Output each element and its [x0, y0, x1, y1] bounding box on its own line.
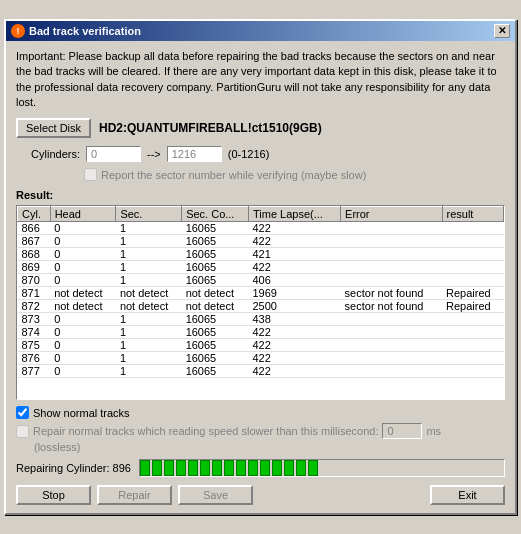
window-icon: !: [11, 24, 25, 38]
table-row: 8770116065422: [18, 365, 504, 378]
info-text: Important: Please backup all data before…: [16, 49, 505, 111]
table-row: 8740116065422: [18, 326, 504, 339]
show-normal-label: Show normal tracks: [33, 407, 130, 419]
report-checkbox-row: Report the sector number while verifying…: [84, 168, 505, 181]
select-disk-button[interactable]: Select Disk: [16, 118, 91, 138]
cylinders-from-input[interactable]: [86, 146, 141, 162]
progress-segment: [296, 460, 306, 476]
repair-slow-label2: (lossless): [34, 441, 80, 453]
show-normal-checkbox[interactable]: [16, 406, 29, 419]
progress-segment: [248, 460, 258, 476]
col-result: result: [442, 207, 503, 222]
button-row: Stop Repair Save Exit: [16, 485, 505, 505]
disk-name-label: HD2:QUANTUMFIREBALL!ct1510(9GB): [99, 121, 322, 135]
result-table: Cyl. Head Sec. Sec. Co... Time Lapse(...…: [17, 206, 504, 378]
col-sec-co: Sec. Co...: [182, 207, 249, 222]
progress-segment: [188, 460, 198, 476]
progress-segment: [152, 460, 162, 476]
progress-segment: [284, 460, 294, 476]
stop-button[interactable]: Stop: [16, 485, 91, 505]
exit-button[interactable]: Exit: [430, 485, 505, 505]
progress-segment: [260, 460, 270, 476]
report-checkbox-label: Report the sector number while verifying…: [101, 169, 366, 181]
result-table-container[interactable]: Cyl. Head Sec. Sec. Co... Time Lapse(...…: [16, 205, 505, 400]
table-row: 8750116065422: [18, 339, 504, 352]
title-bar: ! Bad track verification ✕: [6, 21, 515, 41]
progress-label: Repairing Cylinder: 896: [16, 462, 131, 474]
disk-row: Select Disk HD2:QUANTUMFIREBALL!ct1510(9…: [16, 118, 505, 138]
progress-segment: [272, 460, 282, 476]
cylinders-label: Cylinders:: [20, 148, 80, 160]
close-button[interactable]: ✕: [494, 24, 510, 38]
table-row: 8680116065421: [18, 248, 504, 261]
table-row: 8700116065406: [18, 274, 504, 287]
progress-row: Repairing Cylinder: 896: [16, 459, 505, 477]
cylinders-range-text: (0-1216): [228, 148, 270, 160]
repair-slow-label1: Repair normal tracks which reading speed…: [33, 425, 378, 437]
table-row: 8660116065422: [18, 222, 504, 235]
cylinders-to-input[interactable]: [167, 146, 222, 162]
repair-slow-row: Repair normal tracks which reading speed…: [16, 423, 505, 439]
col-error: Error: [341, 207, 442, 222]
col-head: Head: [50, 207, 116, 222]
arrow-label: -->: [147, 148, 161, 160]
main-window: ! Bad track verification ✕ Important: Pl…: [4, 19, 517, 516]
table-row: 8690116065422: [18, 261, 504, 274]
table-row: 871not detectnot detectnot detect1969sec…: [18, 287, 504, 300]
repair-button[interactable]: Repair: [97, 485, 172, 505]
progress-segment: [212, 460, 222, 476]
progress-segment: [224, 460, 234, 476]
save-button[interactable]: Save: [178, 485, 253, 505]
table-row: 8760116065422: [18, 352, 504, 365]
progress-segment: [176, 460, 186, 476]
progress-bar-container: [139, 459, 505, 477]
progress-segment: [236, 460, 246, 476]
result-label: Result:: [16, 189, 505, 201]
bottom-section: Show normal tracks Repair normal tracks …: [16, 400, 505, 505]
ms-label: ms: [426, 425, 441, 437]
repair-slow-checkbox[interactable]: [16, 425, 29, 438]
table-row: 872not detectnot detectnot detect2500sec…: [18, 300, 504, 313]
progress-segment: [140, 460, 150, 476]
table-row: 8730116065438: [18, 313, 504, 326]
col-cyl: Cyl.: [18, 207, 51, 222]
col-time: Time Lapse(...: [249, 207, 341, 222]
progress-segment: [200, 460, 210, 476]
repair-slow-ms-input[interactable]: [382, 423, 422, 439]
cylinders-row: Cylinders: --> (0-1216): [20, 146, 505, 162]
content-area: Important: Please backup all data before…: [6, 41, 515, 514]
table-row: 8670116065422: [18, 235, 504, 248]
report-checkbox[interactable]: [84, 168, 97, 181]
window-title: Bad track verification: [29, 25, 141, 37]
show-normal-row: Show normal tracks: [16, 406, 505, 419]
progress-bar: [140, 460, 504, 476]
col-sec: Sec.: [116, 207, 182, 222]
progress-segment: [308, 460, 318, 476]
progress-segment: [164, 460, 174, 476]
title-bar-left: ! Bad track verification: [11, 24, 141, 38]
